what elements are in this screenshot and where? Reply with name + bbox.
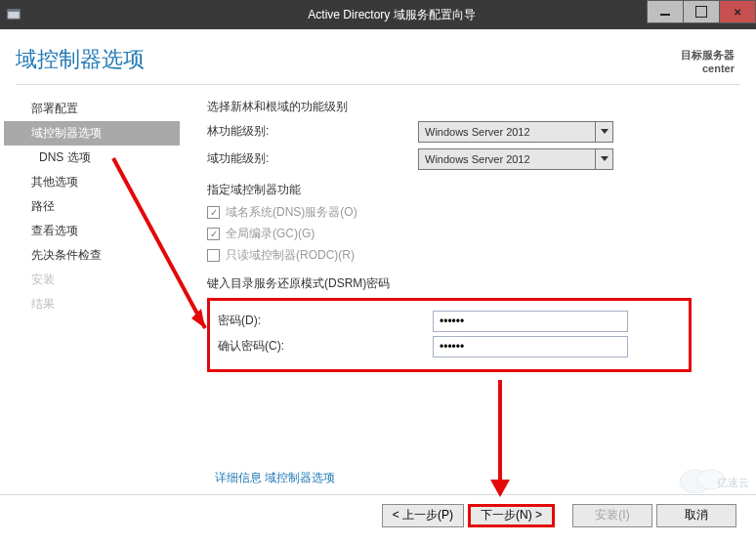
titlebar: Active Directory 域服务配置向导 xyxy=(0,0,756,29)
close-button[interactable] xyxy=(719,0,756,23)
watermark-icon: 亿速云 xyxy=(678,467,750,496)
gc-checkbox-label: 全局编录(GC)(G) xyxy=(226,226,315,242)
confirm-password-label: 确认密码(C): xyxy=(218,338,433,355)
domain-level-value: Windows Server 2012 xyxy=(419,153,595,165)
cancel-button[interactable]: 取消 xyxy=(656,504,736,527)
content-pane: 选择新林和根域的功能级别 林功能级别: Windows Server 2012 … xyxy=(180,95,744,372)
sidebar-item-prereq[interactable]: 先决条件检查 xyxy=(4,243,180,268)
wizard-sidebar: 部署配置 域控制器选项 DNS 选项 其他选项 路径 查看选项 先决条件检查 安… xyxy=(4,95,180,372)
more-info-link[interactable]: 详细信息 域控制器选项 xyxy=(215,470,335,486)
header-row: 域控制器选项 目标服务器 center xyxy=(0,29,756,84)
dc-cap-heading: 指定域控制器功能 xyxy=(207,182,731,198)
gc-checkbox[interactable] xyxy=(207,228,220,240)
target-server-value: center xyxy=(681,63,735,76)
maximize-button[interactable] xyxy=(683,0,720,23)
button-row: < 上一步(P) 下一步(N) > 安装(I) 取消 xyxy=(0,494,756,535)
svg-text:亿速云: 亿速云 xyxy=(716,477,749,488)
prev-button[interactable]: < 上一步(P) xyxy=(382,504,464,527)
titlebar-buttons xyxy=(648,0,756,23)
sidebar-item-deploy[interactable]: 部署配置 xyxy=(4,97,180,121)
sidebar-item-install: 安装 xyxy=(4,268,180,292)
svg-rect-1 xyxy=(8,10,20,12)
password-field[interactable] xyxy=(433,311,628,332)
password-label: 密码(D): xyxy=(218,313,433,329)
page-title: 域控制器选项 xyxy=(16,45,145,74)
forest-level-value: Windows Server 2012 xyxy=(419,126,595,138)
domain-level-combo[interactable]: Windows Server 2012 xyxy=(418,148,613,170)
main-columns: 部署配置 域控制器选项 DNS 选项 其他选项 路径 查看选项 先决条件检查 安… xyxy=(0,85,756,372)
sidebar-item-dns-options[interactable]: DNS 选项 xyxy=(4,146,180,170)
target-server-box: 目标服务器 center xyxy=(681,45,735,76)
dns-checkbox-label: 域名系统(DNS)服务器(O) xyxy=(226,204,357,221)
rodc-checkbox-label: 只读域控制器(RODC)(R) xyxy=(226,247,355,264)
dsrm-heading: 键入目录服务还原模式(DSRM)密码 xyxy=(207,275,731,292)
dsrm-highlight-box: 密码(D): 确认密码(C): xyxy=(207,298,692,372)
app-icon xyxy=(0,8,27,21)
sidebar-item-other-options[interactable]: 其他选项 xyxy=(4,170,180,194)
forest-level-label: 林功能级别: xyxy=(207,123,418,140)
chevron-down-icon[interactable] xyxy=(595,149,612,169)
sidebar-item-results: 结果 xyxy=(4,292,180,316)
target-server-label: 目标服务器 xyxy=(681,49,735,63)
sidebar-item-review[interactable]: 查看选项 xyxy=(4,219,180,243)
chevron-down-icon[interactable] xyxy=(595,122,612,142)
forest-level-combo[interactable]: Windows Server 2012 xyxy=(418,121,613,143)
sidebar-item-paths[interactable]: 路径 xyxy=(4,194,180,219)
next-button[interactable]: 下一步(N) > xyxy=(468,504,555,527)
functional-level-heading: 选择新林和根域的功能级别 xyxy=(207,99,731,115)
sidebar-item-dc-options[interactable]: 域控制器选项 xyxy=(4,121,180,146)
confirm-password-field[interactable] xyxy=(433,336,628,357)
install-button: 安装(I) xyxy=(572,504,652,527)
rodc-checkbox[interactable] xyxy=(207,249,220,262)
dns-checkbox[interactable] xyxy=(207,206,220,219)
domain-level-label: 域功能级别: xyxy=(207,150,418,167)
minimize-button[interactable] xyxy=(647,0,684,23)
annotation-arrow-icon xyxy=(481,376,520,503)
